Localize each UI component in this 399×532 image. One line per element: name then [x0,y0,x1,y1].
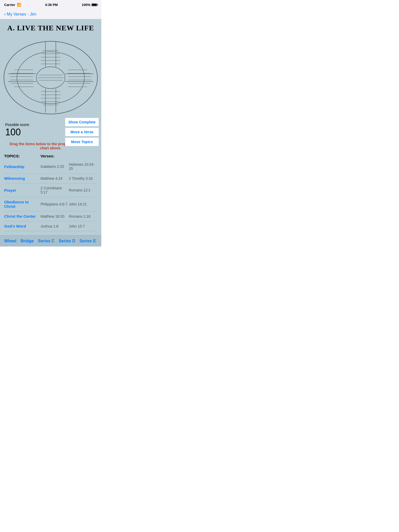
score-section: Possible score: 100 Show Complete Move a… [0,121,101,140]
topic-row[interactable]: Christ the Center Matthew 18:20 Romans 1… [4,211,97,221]
tab-wheel[interactable]: Wheel [4,239,16,243]
tab-bridge[interactable]: Bridge [21,239,34,243]
tab-series-d[interactable]: Series D [59,239,75,243]
nav-bar: ‹ My Verses - Jim [0,9,101,19]
battery-label: 100% [82,3,90,7]
verse-col-1: Joshua 1:8 [41,224,69,228]
topics-col-header: TOPICS: [4,154,41,158]
verse-col-2: Hebrews 10:24-25 [69,162,97,171]
verse-col-2: 2 Timothy 3:16 [69,176,97,181]
verse-col-2: John 15:7 [69,224,97,228]
status-time: 4:36 PM [45,3,58,7]
topic-name: Christ the Center [4,214,41,218]
main-content: A. Live the New Life [0,19,101,235]
back-chevron-icon: ‹ [4,11,6,17]
page-title: A. Live the New Life [0,19,101,35]
move-topics-button[interactable]: Move Topics [65,138,99,146]
topic-name: Obedience to Christ [4,200,41,209]
verse-col-2: Romans 1:16 [69,214,97,218]
back-button[interactable]: ‹ My Verses - Jim [4,11,36,17]
verse-col-2: Romans 12:1 [69,188,97,192]
verse-col-1: 2 Corinthians 5:17 [41,186,69,194]
topic-row[interactable]: Witnessing Matthew 4:19 2 Timothy 3:16 [4,174,97,183]
tab-bar: WheelBridgeSeries CSeries DSeries E [0,235,101,247]
back-label: My Verses - Jim [7,12,36,17]
show-complete-button[interactable]: Show Complete [65,118,99,126]
wheel-diagram [0,35,101,121]
verse-col-1: Matthew 4:19 [41,176,69,181]
verse-col-2: John 14:21 [69,202,97,206]
topic-name: Prayer [4,188,41,192]
topic-row[interactable]: God's Word Joshua 1:8 John 15:7 [4,221,97,231]
verse-col-1: Matthew 18:20 [41,214,69,218]
topics-section: TOPICS: Verses: Fellowship Galatians 2:2… [0,152,101,235]
topic-name: Witnessing [4,176,41,181]
action-buttons: Show Complete Move a Verse Move Topics [65,118,99,146]
topics-header: TOPICS: Verses: [4,152,97,160]
carrier-label: Carrier [4,3,15,7]
tab-series-c[interactable]: Series C [38,239,55,243]
topic-rows-container: Fellowship Galatians 2:20 Hebrews 10:24-… [4,160,97,231]
topic-row[interactable]: Prayer 2 Corinthians 5:17 Romans 12:1 [4,183,97,197]
tab-items-container: WheelBridgeSeries CSeries DSeries E [4,239,96,243]
topic-name: Fellowship [4,164,41,169]
wheel-svg [3,36,99,119]
verse-col-1: Philippians 4:6-7 [41,202,69,206]
tab-series-e[interactable]: Series E [79,239,96,243]
topic-row[interactable]: Obedience to Christ Philippians 4:6-7 Jo… [4,197,97,211]
status-left: Carrier 📶 [4,3,21,7]
move-a-verse-button[interactable]: Move a Verse [65,128,99,136]
verse-col-1: Galatians 2:20 [41,164,69,169]
status-bar: Carrier 📶 4:36 PM 100% [0,0,101,9]
wifi-icon: 📶 [17,3,21,7]
verses-col-header: Verses: [41,154,54,158]
status-right: 100% [82,3,97,7]
topic-row[interactable]: Fellowship Galatians 2:20 Hebrews 10:24-… [4,160,97,174]
battery-icon [91,3,97,6]
topic-name: God's Word [4,224,41,228]
